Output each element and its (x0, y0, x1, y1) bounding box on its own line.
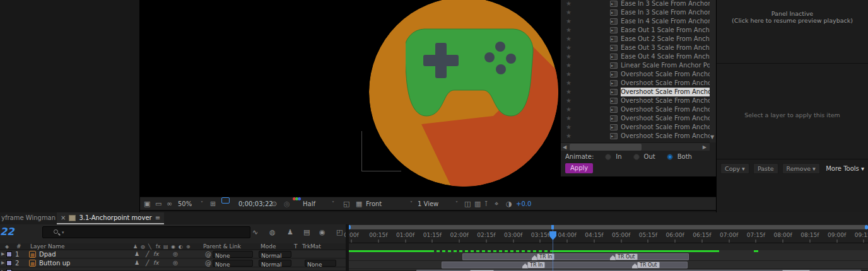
layer-row[interactable]: ▶ 1 ▤ Dpad ♟ ╱ fx ◎ @ None˅ Normal˅ (0, 250, 349, 258)
preset-list-item[interactable]: ★▸Overshoot Scale From Anchor Po (561, 70, 710, 79)
favorite-star-icon[interactable]: ★ (566, 132, 572, 141)
timeline-timecode[interactable]: 22 (0, 226, 14, 238)
panel-splitter[interactable] (346, 224, 349, 271)
panel-menu-icon[interactable]: ≡ (155, 214, 160, 221)
preset-preview-icon[interactable]: ▸ (610, 62, 618, 69)
preset-preview-icon[interactable]: ▸ (610, 9, 618, 16)
switch-column-icon[interactable]: ◐ (179, 243, 183, 250)
chevron-down-icon[interactable]: ˅ (201, 197, 203, 210)
layer-track[interactable]: TR In TR Out (349, 253, 868, 261)
label-color-column-icon[interactable]: ◈ (5, 243, 9, 250)
preset-preview-icon[interactable]: ▸ (610, 1, 618, 7)
animate-radio-in[interactable]: In (605, 153, 621, 160)
view-layout-dropdown[interactable]: 1 View (418, 197, 438, 210)
panel-inactive-message[interactable]: Panel Inactive (Click here to resume pre… (717, 10, 868, 24)
draft-3d-icon[interactable]: ◍ (269, 226, 276, 238)
scroll-right-icon[interactable]: ▶ (703, 144, 707, 150)
preset-preview-icon[interactable]: ▸ (610, 18, 618, 25)
tr-out-chip[interactable]: TR Out (637, 262, 660, 268)
effects-toggle-icon[interactable]: fx (153, 259, 159, 267)
preset-preview-icon[interactable]: ▸ (610, 54, 618, 60)
twirl-icon[interactable]: ▶ (1, 250, 4, 258)
preset-list[interactable]: ★▸Ease In 3 Scale From Anchor Poi★▸Ease … (561, 0, 710, 142)
favorite-star-icon[interactable]: ★ (566, 96, 572, 105)
current-time-display[interactable]: 0;00;03;22 (238, 197, 273, 210)
preset-preview-icon[interactable]: ▸ (610, 45, 618, 51)
preset-list-item[interactable]: ★▸Overshoot Scale From Anchor Po (561, 96, 710, 105)
mode-dropdown[interactable]: Normal˅ (259, 260, 291, 267)
favorite-star-icon[interactable]: ★ (566, 88, 572, 96)
preset-list-item[interactable]: ★▸Ease Out 3 Scale From Anchor Po (561, 43, 710, 52)
graph-editor-icon[interactable]: ◰ (336, 226, 343, 238)
tab-anchorpoint-mover[interactable]: × 3.1-Anchorpoint mover ≡ (57, 212, 164, 224)
radio-icon[interactable] (605, 154, 611, 160)
layer-name-column-header[interactable]: Layer Name (30, 243, 65, 250)
layer-row-partial[interactable]: ▶ (0, 268, 349, 271)
mode-column-header[interactable]: Mode (261, 243, 276, 250)
favorite-star-icon[interactable]: ★ (566, 123, 572, 132)
exposure-value[interactable]: +0.0 (516, 197, 531, 210)
shy-layers-icon[interactable]: ♟ (287, 226, 293, 238)
preset-list-item[interactable]: ★▸Overshoot Scale From Anchor Po (561, 88, 710, 96)
show-snapshot-icon[interactable]: ◎ (284, 197, 290, 210)
timeline-search-input[interactable] (68, 228, 245, 237)
switch-column-icon[interactable]: fx (156, 243, 161, 250)
preset-list-item[interactable]: ★▸Ease Out 2 Scale From Anchor Po (561, 35, 710, 43)
preset-list-item[interactable]: ★▸Overshoot Scale From Anchor Po (561, 114, 710, 123)
timeline-search-box[interactable]: ▾ (42, 226, 250, 238)
tab-keyframe-wingman[interactable]: yframe Wingman (1, 214, 56, 221)
mini-flowchart-icon[interactable]: ∿ (252, 226, 258, 238)
time-navigator[interactable] (348, 225, 868, 229)
paste-button[interactable]: Paste (753, 163, 778, 174)
flowchart-icon[interactable]: ⌖ (495, 197, 498, 210)
switch-column-icon[interactable]: ◍ (141, 243, 145, 250)
motion-blur-toggle-icon[interactable]: ◎ (173, 250, 178, 258)
layer-name[interactable]: Button up (39, 259, 70, 267)
preset-list-item[interactable]: ★▸Overshoot Scale From Anchor Po (561, 105, 710, 114)
switch-column-icon[interactable]: ♟ (133, 243, 138, 250)
region-of-interest-icon[interactable] (221, 197, 230, 204)
preset-preview-icon[interactable]: ▸ (610, 36, 618, 42)
preset-list-item[interactable]: ★▸Ease In 3 Scale From Anchor Poi (561, 0, 710, 8)
layer-row[interactable]: ▶ 2 ▤ Button up ♟ ╱ fx ◎ @ None˅ Normal˅… (0, 259, 349, 267)
scrollbar-thumb[interactable] (570, 144, 642, 151)
number-column-header[interactable]: # (16, 243, 21, 250)
snapshot-icon[interactable]: ⊙ (271, 197, 277, 210)
view-orientation-dropdown[interactable]: Front (366, 197, 382, 210)
switch-column-icon[interactable]: ⊕ (186, 243, 191, 250)
twirl-icon[interactable]: ▶ (1, 268, 4, 271)
parent-dropdown[interactable]: None˅ (213, 260, 253, 267)
frame-blending-icon[interactable]: ▤ (303, 226, 310, 238)
tr-in-chip[interactable]: TR In (527, 262, 545, 268)
close-icon[interactable]: × (61, 214, 66, 221)
favorite-star-icon[interactable]: ★ (566, 52, 572, 61)
preset-preview-icon[interactable]: ▸ (610, 115, 618, 122)
favorite-star-icon[interactable]: ★ (566, 79, 572, 88)
preset-preview-icon[interactable]: ▸ (610, 89, 618, 95)
grid-guides-icon[interactable]: ⊞ (210, 197, 216, 210)
preset-list-item[interactable]: ★▸Ease In 3 Scale From Anchor Poi (561, 8, 710, 17)
preset-list-item[interactable]: ★▸Overshoot Scale From Anchor Po (561, 79, 710, 88)
transparency-grid-icon[interactable]: ▦ (356, 197, 362, 210)
tr-out-chip[interactable]: TR Out (615, 253, 638, 260)
reset-exposure-icon[interactable]: ◑ (506, 197, 512, 210)
copy-button[interactable]: Copy ▾ (720, 163, 749, 174)
trkmat-dropdown[interactable]: None˅ (305, 260, 336, 267)
favorite-star-icon[interactable]: ★ (566, 0, 572, 8)
animate-radio-both[interactable]: Both (667, 153, 692, 160)
label-color-swatch[interactable] (6, 260, 12, 266)
apply-button[interactable]: Apply (565, 163, 593, 173)
chevron-down-icon[interactable]: ˅ (410, 197, 413, 210)
crop-roi-icon[interactable]: ◱ (343, 197, 349, 210)
preset-list-item[interactable]: ★▸Ease In 4 Scale From Anchor Poi (561, 17, 710, 26)
monitor-icon[interactable]: ▭ (155, 197, 161, 210)
favorite-star-icon[interactable]: ★ (566, 26, 572, 35)
favorite-star-icon[interactable]: ★ (566, 8, 572, 17)
layer-track[interactable]: TR In TR Out (349, 261, 868, 269)
preset-list-item[interactable]: ★▸Ease Out 4 Scale From Anchor Po (561, 52, 710, 61)
twirl-icon[interactable]: ▶ (1, 259, 4, 267)
radio-icon[interactable] (667, 154, 673, 160)
quality-toggle-icon[interactable]: ╱ (146, 259, 149, 267)
preset-preview-icon[interactable]: ▸ (610, 71, 618, 78)
time-ruler[interactable]: 0:00f00:15f01:00f01:15f02:00f02:15f03:00… (348, 224, 868, 243)
